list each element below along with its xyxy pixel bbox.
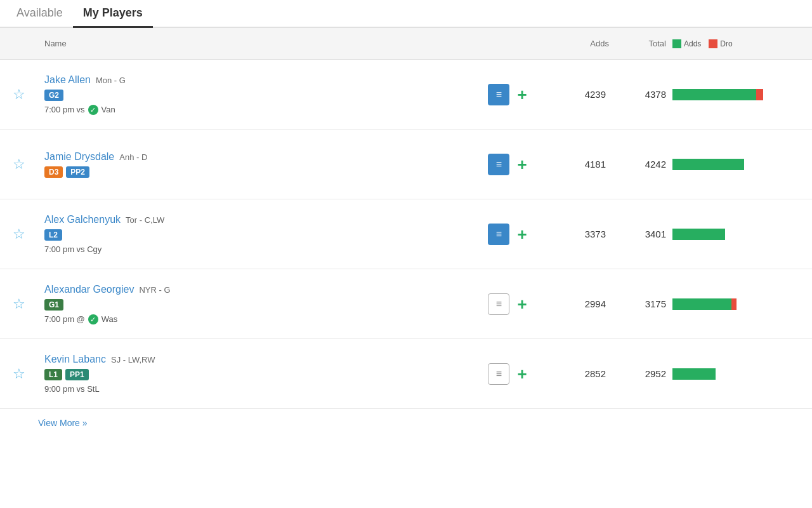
actions-col: ≡ + [469,363,546,385]
total-col: 4378 [609,89,672,100]
actions-col: ≡ + [469,154,546,175]
activity-bar [672,368,787,380]
star-col: ☆ [0,226,38,243]
legend-drops-box [709,39,717,48]
player-name[interactable]: Alexandar Georgiev [44,284,134,295]
favorite-star[interactable]: ☆ [13,366,25,382]
favorite-star[interactable]: ☆ [13,156,25,173]
player-meta: Mon - G [96,76,126,85]
badge-list: G1 [44,299,463,311]
badge-pp2: PP2 [66,166,89,178]
total-col: 3175 [609,298,672,309]
check-icon: ✓ [88,105,98,115]
news-button[interactable]: ≡ [488,363,509,385]
adds-col: 2852 [546,368,609,379]
player-name-line: Alexandar Georgiev NYR - G [44,284,463,295]
player-meta: SJ - LW,RW [111,355,155,364]
add-button[interactable]: + [517,86,527,103]
news-button[interactable]: ≡ [488,84,509,105]
legend-drops: Dro [709,39,732,48]
add-button[interactable]: + [517,366,527,382]
legend-adds: Adds [672,39,701,48]
adds-bar [672,368,716,380]
news-button[interactable]: ≡ [488,224,509,245]
badge-pp1: PP1 [65,369,89,380]
chart-col [672,298,812,310]
player-meta: Anh - D [119,152,147,162]
total-col: 2952 [609,368,672,379]
player-name[interactable]: Jake Allen [44,74,91,86]
player-info: Jamie Drysdale Anh - D D3PP2 [38,151,469,178]
badge-g2: G2 [44,90,63,101]
activity-bar [672,89,787,100]
adds-bar [672,159,744,170]
tab-bar: Available My Players [0,0,812,28]
player-name-line: Alex Galchenyuk Tor - C,LW [44,214,463,225]
badge-list: D3PP2 [44,166,463,178]
player-game: 7:00 pm vs ✓ Van [44,105,463,115]
add-button[interactable]: + [517,296,527,312]
player-info: Jake Allen Mon - G G2 7:00 pm vs ✓ Van [38,74,469,115]
chart-col [672,229,812,240]
chart-col [672,89,812,100]
player-info: Kevin Labanc SJ - LW,RW L1PP1 9:00 pm vs… [38,354,469,394]
player-name[interactable]: Kevin Labanc [44,354,106,365]
add-button[interactable]: + [517,226,527,243]
star-col: ☆ [0,366,38,382]
badge-l2: L2 [44,229,62,241]
add-button[interactable]: + [517,156,527,173]
tab-my-players[interactable]: My Players [73,0,153,28]
legend-adds-box [672,39,681,48]
favorite-star[interactable]: ☆ [13,86,25,103]
adds-bar [672,298,731,310]
player-game: 7:00 pm vs Cgy [44,244,463,254]
table-row: ☆ Jamie Drysdale Anh - D D3PP2 ≡ + 4181 … [0,130,812,199]
player-name[interactable]: Jamie Drysdale [44,151,114,163]
table-row: ☆ Jake Allen Mon - G G2 7:00 pm vs ✓ Van… [0,60,812,130]
total-col: 4242 [609,159,672,170]
adds-bar-row [672,159,787,170]
adds-bar-row [672,89,787,100]
badge-list: L1PP1 [44,369,463,380]
table-row: ☆ Kevin Labanc SJ - LW,RW L1PP1 9:00 pm … [0,339,812,409]
tab-available[interactable]: Available [6,0,73,28]
adds-col: 2994 [546,298,609,309]
player-meta: Tor - C,LW [126,215,164,225]
adds-bar-row [672,298,787,310]
view-more-link[interactable]: View More » [38,418,88,428]
favorite-star[interactable]: ☆ [13,296,25,312]
badge-list: G2 [44,90,463,101]
drops-bar [756,89,763,100]
news-button[interactable]: ≡ [488,154,509,175]
badge-list: L2 [44,229,463,241]
badge-l1: L1 [44,369,62,380]
actions-col: ≡ + [469,224,546,245]
table-row: ☆ Alex Galchenyuk Tor - C,LW L2 7:00 pm … [0,199,812,269]
star-col: ☆ [0,156,38,173]
activity-bar [672,298,787,310]
view-more-section: View More » [0,409,812,437]
chart-col [672,368,812,380]
badge-g1: G1 [44,299,63,311]
player-game: 9:00 pm vs StL [44,384,463,394]
player-info: Alexandar Georgiev NYR - G G1 7:00 pm @ … [38,284,469,324]
actions-col: ≡ + [469,293,546,315]
badge-d3: D3 [44,166,63,178]
chart-col [672,159,812,170]
activity-bar [672,159,787,170]
header-total: Total [609,39,672,48]
adds-bar [672,89,756,100]
adds-col: 4181 [546,159,609,170]
activity-bar [672,229,787,240]
favorite-star[interactable]: ☆ [13,226,25,243]
players-list: ☆ Jake Allen Mon - G G2 7:00 pm vs ✓ Van… [0,60,812,409]
player-game: 7:00 pm @ ✓ Was [44,314,463,324]
news-button[interactable]: ≡ [488,293,509,315]
player-name[interactable]: Alex Galchenyuk [44,214,121,225]
star-col: ☆ [0,296,38,312]
header-name: Name [38,39,469,48]
check-icon: ✓ [88,314,98,324]
adds-col: 3373 [546,229,609,239]
player-name-line: Jamie Drysdale Anh - D [44,151,463,163]
player-meta: NYR - G [139,285,170,295]
